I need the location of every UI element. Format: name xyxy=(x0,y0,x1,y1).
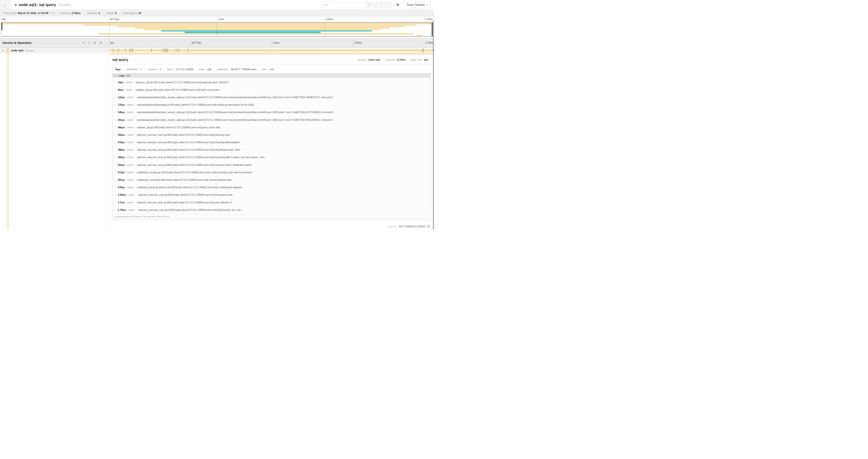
expand-one-icon[interactable] xyxy=(88,41,91,44)
log-field-name: event xyxy=(129,209,134,211)
log-entry[interactable]: › 495μs: event = ‹sql/conn_executor_exec… xyxy=(113,154,431,161)
equals-sign: = xyxy=(135,209,137,211)
span-service-name: node sql1 xyxy=(11,49,24,52)
equals-sign: = xyxy=(134,104,135,106)
logs-count: (18) xyxy=(126,74,130,77)
log-field-name: event xyxy=(127,96,133,99)
log-message: ‹sql/distsql_running.go:498 [nsql1,clien… xyxy=(136,179,232,181)
equals-sign: = xyxy=(134,201,135,204)
copy-link-icon[interactable] xyxy=(427,225,430,228)
timeline-tick: 0μs xyxy=(109,38,114,47)
log-marker-tick xyxy=(131,48,131,52)
log-entry[interactable]: › 476μs: event = ‹sql/conn_executor_exec… xyxy=(113,139,431,146)
log-entry[interactable]: › 176μs: event = ‹sql/catalog/descs/desc… xyxy=(113,101,431,109)
log-timestamp: 2.7ms: xyxy=(118,201,125,204)
log-field-name: event xyxy=(127,141,133,144)
minimap-tick-label: 2.09ms xyxy=(326,18,334,21)
log-entry[interactable]: › 678μs: event = ‹sql/distsql_physical_p… xyxy=(113,184,431,191)
column-resizer-grip[interactable]: || xyxy=(105,42,107,44)
log-entry[interactable]: › 2.7ms: event = ‹sql/conn_executor_exec… xyxy=(113,199,431,206)
span-row[interactable]: ∨ node sql1 sql query xyxy=(0,47,434,53)
log-entry[interactable]: › 459μs: event = ‹sql/conn_executor_exec… xyxy=(113,131,431,138)
locate-icon[interactable] xyxy=(366,2,373,8)
span-tree-left-panel xyxy=(0,53,109,230)
log-entry[interactable]: › 486μs: event = ‹sql/conn_executor_exec… xyxy=(113,146,431,154)
equals-sign: = xyxy=(138,68,139,71)
meta-value: 2.79ms xyxy=(71,12,81,14)
log-message: ‹sql/distsql_physical_planner.go:828 [ns… xyxy=(136,186,242,189)
find-clear-icon[interactable]: × xyxy=(385,2,392,8)
log-marker-tick xyxy=(113,48,113,52)
tag-key: user xyxy=(262,68,267,71)
span-duration-bar[interactable] xyxy=(110,50,434,51)
trace-collapse-chevron-icon[interactable]: ∨ xyxy=(15,3,17,6)
log-marker-tick xyxy=(188,48,188,52)
back-button[interactable]: ← xyxy=(0,0,11,9)
log-entry[interactable]: › 597μs: event = ‹sql/distsql_running.go… xyxy=(113,176,431,184)
log-entry[interactable]: › 34μs: event = ‹sql/exec_util.go:2297 [… xyxy=(113,78,431,86)
find-prev-icon[interactable]: ∧ xyxy=(373,2,379,8)
minimap-range-handle-right[interactable] xyxy=(432,23,433,36)
log-timestamp: 476μs: xyxy=(118,141,125,144)
trace-meta-item: Services 2 xyxy=(84,12,104,14)
span-id-value: 4877749850101760812 xyxy=(399,225,426,228)
equals-sign: = xyxy=(134,164,135,166)
equals-sign: = xyxy=(174,68,175,71)
log-timestamp: 502μs: xyxy=(118,164,125,166)
log-entry[interactable]: › 142μs: event = ‹sql/catalog/lease/desc… xyxy=(113,94,431,101)
minimap-span-bar xyxy=(144,29,381,30)
tags-accordion[interactable]: › Tags: _unfinished = 1 _verbose = 1 cli… xyxy=(112,67,431,71)
minimap-tick-label: 1.4ms xyxy=(218,18,224,21)
equals-sign: = xyxy=(205,68,206,71)
log-message: ‹sql/conn_executor_exec.go:684 [nsql1,cl… xyxy=(136,164,252,166)
log-entry[interactable]: › 574μs: event = ‹sql/distsql_running.go… xyxy=(113,169,431,176)
log-field-name: event xyxy=(129,194,134,196)
log-entry[interactable]: › 2.69ms: event = ‹sql/conn_executor_exe… xyxy=(113,191,431,199)
tag-item: node = sql1 xyxy=(196,68,214,71)
chevron-right-icon: › xyxy=(115,141,118,144)
minimap-span-bar xyxy=(161,30,372,32)
log-field-name: event xyxy=(127,179,133,181)
log-entry[interactable]: › 502μs: event = ‹sql/conn_executor_exec… xyxy=(113,161,431,169)
log-entry[interactable]: › 2.79ms: event = ‹sql/conn_executor_exe… xyxy=(113,206,431,214)
log-entry[interactable]: › 189μs: event = ‹sql/catalog/lease/desc… xyxy=(113,109,431,116)
expand-all-icon[interactable] xyxy=(99,41,102,44)
minimap-range-handle-left[interactable] xyxy=(1,23,2,30)
log-message: ‹sql/exec_util.go:2297 [nsql1,client=127… xyxy=(135,81,229,84)
span-row-name-cell[interactable]: ∨ node sql1 sql query xyxy=(0,47,109,53)
timeline-tick-end: 2.79ms xyxy=(425,38,433,47)
find-next-icon[interactable]: ∨ xyxy=(379,2,385,8)
logs-footnote: Log timestamps are relative to the start… xyxy=(113,214,431,220)
meta-label: Service: xyxy=(358,58,367,61)
span-color-accent xyxy=(6,47,9,53)
span-detail-title: sql query xyxy=(112,58,128,62)
log-entry[interactable]: › 80μs: event = ‹sql/plan_opt.go:358 [ns… xyxy=(113,86,431,94)
collapse-controls xyxy=(82,41,102,44)
span-id-footer: SpanID: 4877749850101760812 xyxy=(388,225,430,228)
log-field-name: event xyxy=(127,156,133,159)
trace-meta-bar: Trace Start March 31 2022, 17:25:09.326 … xyxy=(0,10,434,16)
tag-key: _verbose xyxy=(147,68,157,71)
collapse-one-icon[interactable] xyxy=(82,41,85,44)
collapse-all-icon[interactable] xyxy=(93,41,96,44)
meta-value: node sql1 xyxy=(368,58,380,61)
log-field-name: event xyxy=(127,134,133,136)
equals-sign: = xyxy=(135,194,137,196)
minimap-canvas[interactable] xyxy=(1,22,433,37)
chevron-down-icon[interactable]: ∨ xyxy=(0,49,5,52)
log-field-name: event xyxy=(127,149,133,151)
top-header: ← ∨ node sql1: sql query 7418682 ∧ ∨ × ⌘… xyxy=(0,0,434,10)
keyboard-shortcuts-button[interactable]: ⌘ xyxy=(394,1,402,8)
view-selector-button[interactable]: Trace Timeline ∨ xyxy=(404,1,431,8)
chevron-right-icon: › xyxy=(115,126,118,129)
log-entry[interactable]: › 366μs: event = ‹sql/plan_opt.go:358 [n… xyxy=(113,124,431,131)
chevron-right-icon: › xyxy=(115,201,118,204)
logs-accordion-header[interactable]: ∨ Logs (18) xyxy=(113,73,431,78)
find-input[interactable] xyxy=(320,2,366,8)
span-table-header: Service & Operation || 0μs 697.75μs 1.4m… xyxy=(0,38,434,47)
span-row-timeline-cell[interactable] xyxy=(109,47,434,53)
meta-label: Start Time: xyxy=(410,58,423,61)
tag-item: _verbose = 1 xyxy=(144,68,164,71)
meta-label: Duration xyxy=(60,12,70,14)
log-entry[interactable]: › 201μs: event = ‹sql/catalog/lease/desc… xyxy=(113,116,431,124)
